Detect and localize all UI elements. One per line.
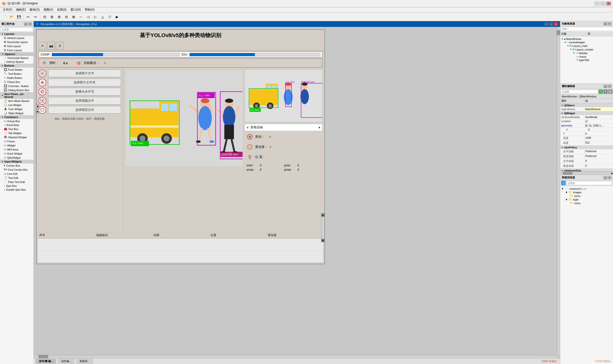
prop-editor-close-btn[interactable]: ✕ (608, 85, 612, 88)
save-button[interactable]: 💾 (15, 13, 22, 20)
widget-horizontal-layout[interactable]: ⊞ Horizontal Layout (0, 40, 33, 44)
widget-box-float-button[interactable]: ◱ (24, 22, 28, 26)
res-refresh-btn[interactable]: ↺ (561, 181, 566, 185)
tree-item-sidebar[interactable]: ▼ ▭ Sidebar (561, 51, 612, 55)
widget-dialog-button-box[interactable]: 🔲 Dialog Button Box (0, 88, 33, 92)
target-select[interactable]: ≡ 所有目标 ▾ (245, 124, 323, 131)
tree-item-logintitle[interactable]: T loginTitle (561, 58, 612, 62)
res-item-login[interactable]: ▼ 📁 login (561, 198, 612, 201)
nav-left-btn[interactable]: ◀ (36, 104, 39, 109)
tree-item-layout-main[interactable]: ▼ ⊟ Layout_main (561, 44, 612, 48)
prop-scroll-right[interactable]: ▶ (611, 172, 613, 175)
v-scroll-thumb[interactable] (557, 30, 560, 35)
h-scroll-thumb[interactable] (39, 355, 48, 358)
menu-edit[interactable]: 编辑(E) (14, 7, 28, 13)
designer-canvas[interactable]: 基于YOLOv8/v5的多种类动物识别 ≡ 📷 ℹ CONF: (34, 27, 560, 358)
widget-tool-box[interactable]: 🧰 Tool Box (0, 127, 33, 131)
widget-dock-widget[interactable]: ▭ Dock Widget (0, 152, 33, 156)
res-browser-float-btn[interactable]: ◱ (603, 176, 607, 179)
form-tb-btn-1[interactable]: ≡ (39, 42, 46, 50)
res-filter-input[interactable] (567, 181, 612, 185)
canvas-h-scrollbar[interactable] (34, 355, 557, 358)
widget-search-input[interactable] (0, 27, 33, 31)
menu-view[interactable]: 视图(V) (42, 7, 55, 13)
widget-frame[interactable]: ▭ Frame (0, 139, 33, 143)
category-input-widgets[interactable]: Input Widgets (0, 160, 33, 164)
widget-vertical-layout[interactable]: ⊟ Vertical Layout (0, 36, 33, 40)
btn-camera[interactable]: 摄像头未开启 (48, 88, 121, 95)
align-bottom-button[interactable]: ▽ (106, 13, 113, 20)
widget-horizontal-spacer[interactable]: ↔ Horizontal Spacer (0, 56, 33, 60)
scroll-up-btn[interactable]: ▲ (321, 213, 325, 217)
preview-button[interactable]: ▶ (114, 13, 120, 20)
prop-v-stretch-value[interactable]: 0 (584, 164, 613, 168)
prop-geometry-value[interactable]: [0, 0), 1280 x ... (584, 124, 613, 127)
widget-tab-widget[interactable]: 📑 Tab Widget (0, 131, 33, 135)
widget-tree-widget[interactable]: 🌲 Tree Widget (0, 107, 33, 111)
status-tab-actions[interactable]: 动作编... (58, 359, 74, 364)
prop-height-value[interactable]: 812 (584, 141, 613, 145)
menu-settings[interactable]: 设置(S) (55, 7, 68, 13)
category-buttons[interactable]: Buttons (0, 64, 33, 67)
obj-inspector-float-btn[interactable]: ◱ (603, 22, 607, 26)
status-tab-resources[interactable]: 资源浏... (76, 359, 93, 364)
prop-h-policy-value[interactable]: Preferred (584, 149, 613, 154)
open-button[interactable]: 📂 (8, 13, 15, 20)
scroll-down-btn[interactable]: ▼ (321, 239, 325, 242)
widget-form-layout[interactable]: ⊟ Form Layout (0, 48, 33, 52)
tree-item-frame[interactable]: ▭ frame (561, 55, 612, 58)
conf-slider[interactable] (52, 53, 179, 56)
undo-button[interactable]: ↩ (25, 13, 31, 20)
results-scrollbar[interactable]: ▲ ▼ (321, 213, 325, 242)
obj-inspector-filter[interactable] (561, 27, 613, 31)
prop-hscroll-thumb[interactable] (563, 172, 572, 175)
redo-button[interactable]: ↪ (32, 13, 39, 20)
obj-inspector-close-btn[interactable]: ✕ (608, 22, 612, 26)
widget-scroll-area[interactable]: ↕ Scroll Area (0, 123, 33, 127)
menu-form[interactable]: 窗体(O) (28, 7, 41, 13)
res-browser-close-btn[interactable]: ✕ (608, 176, 612, 179)
btn-select-model[interactable]: 选择模型文件 (48, 106, 121, 114)
widget-double-spin-box[interactable]: ↕ Double Spin Box (0, 188, 33, 192)
widget-item-widm[interactable]: 📋 Item Widm-Based (0, 99, 33, 103)
tree-item-mainwindow[interactable]: ▼ ■ MainWindow (561, 37, 612, 41)
close-button[interactable]: ✕ (606, 2, 611, 6)
layout-v-button[interactable]: ⊞ (49, 13, 55, 20)
prop-del-btn[interactable]: 🗑 (608, 90, 613, 94)
widget-vertical-spacer[interactable]: ↕ Vertical Spacer (0, 60, 33, 64)
widget-push-button[interactable]: 🔲 Push Button (0, 67, 33, 72)
status-tab-signals[interactable]: 信号/槽 编... (36, 359, 56, 364)
category-item-views[interactable]: Item Views...(el-Based) (0, 92, 33, 99)
widget-command-button[interactable]: 🔲 Comman...Button (0, 84, 33, 88)
widget-table-widget[interactable]: 📊 Table Widget (0, 111, 33, 115)
prop-v-policy-value[interactable]: Preferred (584, 154, 613, 159)
tree-item-centralwidget[interactable]: ▼ □ centralwidget (561, 41, 612, 44)
layout-grid-button[interactable]: ⊞ (56, 13, 63, 20)
designer-minimize-button[interactable]: ─ (544, 22, 548, 26)
designer-restore-button[interactable]: □ (549, 22, 553, 26)
res-item-images[interactable]: ▼ 📁 images (561, 190, 612, 194)
designer-close-button[interactable]: ✕ (554, 22, 558, 26)
res-item-icons-1[interactable]: 📁 icons (561, 194, 612, 198)
section-qwidget[interactable]: QWidget (560, 111, 613, 115)
widget-mdi-area[interactable]: ▭ MDI Area (0, 147, 33, 152)
btn-select-folder[interactable]: 选择图片文件夹 (48, 79, 121, 86)
iou-slider[interactable] (190, 53, 320, 56)
btn-select-video[interactable]: 选择视频文件 (48, 97, 121, 104)
adjust-size-button[interactable]: ↔ (78, 13, 84, 20)
tree-item-layout-contain[interactable]: ▼ ⊟ Layout_contain (561, 48, 612, 51)
prop-windowmodality-value[interactable]: NonModal (584, 115, 613, 119)
prop-h-stretch-value[interactable]: 0 (584, 159, 613, 164)
layout-form-button[interactable]: ⊟ (63, 13, 70, 20)
widget-spin-box[interactable]: ↕ Spin Box (0, 184, 33, 188)
prop-enabled-value[interactable]: ☑ (584, 119, 613, 123)
widget-combo-box[interactable]: ▾ Combo Box (0, 164, 33, 168)
prop-objectname-value[interactable]: MainWindow (584, 107, 613, 111)
nav-right-btn[interactable]: ▶ (36, 109, 39, 114)
prop-x-value[interactable]: 0 (587, 128, 613, 131)
widget-list-widget[interactable]: 📋 List Widget (0, 103, 33, 107)
menu-help[interactable]: 帮助(H) (83, 7, 96, 13)
prop-width-value[interactable]: 1280 (584, 136, 613, 140)
maximize-button[interactable]: □ (600, 2, 605, 6)
align-right-button[interactable]: ▷ (92, 13, 99, 20)
